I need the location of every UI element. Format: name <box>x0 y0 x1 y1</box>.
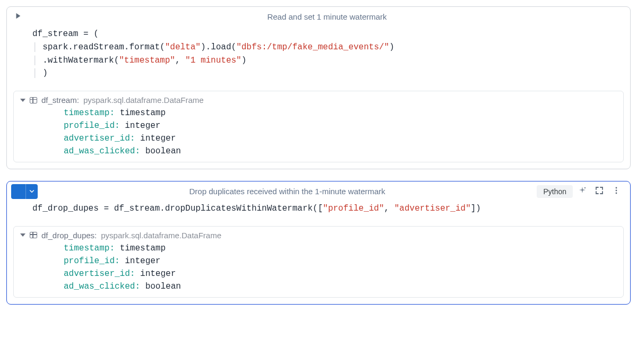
code-token: ) <box>42 68 48 78</box>
more-options-button[interactable] <box>609 184 624 199</box>
output-panel: df_stream: pyspark.sql.dataframe.DataFra… <box>13 91 624 162</box>
notebook-cell: Read and set 1 minute watermarkdf_stream… <box>6 6 631 169</box>
svg-point-2 <box>616 190 617 192</box>
run-button[interactable] <box>11 184 26 199</box>
code-token: ) <box>242 56 247 65</box>
code-token: ) <box>201 42 206 52</box>
code-token: "advertiser_id" <box>394 204 471 213</box>
code-token: df_stream <box>114 204 160 213</box>
schema-field-row: timestamp: timestamp <box>64 107 617 119</box>
collapse-icon[interactable] <box>20 99 25 102</box>
code-editor[interactable]: df_drop_dupes = df_stream.dropDuplicates… <box>7 199 630 223</box>
schema-field-name: profile_id: <box>64 121 120 131</box>
expand-icon <box>595 186 604 196</box>
cell-title: Drop duplicates received within the 1-mi… <box>41 184 533 199</box>
assistant-button[interactable] <box>575 184 590 199</box>
code-token: "profile_id" <box>323 204 384 213</box>
chevron-down-icon <box>29 187 35 196</box>
code-token: dropDuplicatesWithinWatermark <box>165 204 313 213</box>
output-panel: df_drop_dupes: pyspark.sql.dataframe.Dat… <box>13 226 624 298</box>
code-token: ( <box>231 42 237 52</box>
schema-field-type: integer <box>140 134 176 143</box>
notebook-cell: Drop duplicates received within the 1-mi… <box>6 181 631 305</box>
code-token: ( <box>160 42 165 52</box>
output-var-name: df_stream: <box>41 96 79 105</box>
code-token: ([ <box>313 204 323 213</box>
code-line: df_drop_dupes = df_stream.dropDuplicates… <box>32 202 605 215</box>
code-token: "1 minutes" <box>185 56 242 65</box>
schema-field-type: timestamp <box>120 108 166 118</box>
code-token: withWatermark <box>48 56 114 65</box>
sparkle-icon <box>578 186 587 196</box>
code-token: , <box>175 56 185 65</box>
cell-title: Read and set 1 minute watermark <box>28 9 626 24</box>
run-button[interactable] <box>11 10 25 24</box>
output-var-type: pyspark.sql.dataframe.DataFrame <box>83 96 204 105</box>
schema-field-row: advertiser_id: integer <box>64 132 617 145</box>
output-var-type: pyspark.sql.dataframe.DataFrame <box>101 231 221 240</box>
collapse-icon[interactable] <box>20 233 25 237</box>
svg-point-1 <box>616 187 617 189</box>
more-icon <box>612 186 621 196</box>
code-token: , <box>384 204 394 213</box>
code-token: . <box>206 42 211 52</box>
code-token: ( <box>114 56 119 65</box>
schema-fields: timestamp: timestampprofile_id: integera… <box>20 240 617 293</box>
code-token: ) <box>389 42 394 52</box>
schema-header[interactable]: df_stream: pyspark.sql.dataframe.DataFra… <box>20 96 617 105</box>
run-options-dropdown[interactable] <box>26 184 38 199</box>
svg-point-0 <box>584 187 586 188</box>
code-token: . <box>160 204 165 213</box>
code-line: df_stream = ( <box>32 28 605 41</box>
code-token: ]) <box>471 204 481 213</box>
schema-field-row: profile_id: integer <box>64 255 617 267</box>
play-icon <box>14 12 22 21</box>
schema-field-name: advertiser_id: <box>64 269 135 279</box>
code-token: ( <box>93 29 99 39</box>
code-token: "delta" <box>165 42 201 52</box>
cell-toolbar: Python <box>537 184 626 199</box>
code-token: = <box>83 29 93 39</box>
code-line: │ spark.readStream.format("delta").load(… <box>32 41 605 54</box>
schema-field-row: advertiser_id: integer <box>64 267 617 280</box>
svg-point-3 <box>616 193 617 194</box>
code-token: format <box>129 42 160 52</box>
table-icon <box>30 97 37 103</box>
schema-field-row: ad_was_clicked: boolean <box>64 145 617 158</box>
language-selector[interactable]: Python <box>537 185 573 198</box>
output-var-name: df_drop_dupes: <box>41 231 97 240</box>
code-editor[interactable]: df_stream = (│ spark.readStream.format("… <box>7 24 630 88</box>
schema-field-name: ad_was_clicked: <box>64 146 140 156</box>
schema-field-type: integer <box>125 256 160 266</box>
schema-field-name: timestamp: <box>64 244 115 253</box>
schema-field-type: boolean <box>145 282 181 291</box>
code-token: df_drop_dupes <box>32 204 104 213</box>
run-split-button[interactable] <box>11 184 38 199</box>
schema-field-type: boolean <box>145 146 181 156</box>
schema-field-type: integer <box>125 121 160 131</box>
code-token: = <box>104 204 114 213</box>
schema-field-row: ad_was_clicked: boolean <box>64 280 617 293</box>
schema-field-row: timestamp: timestamp <box>64 242 617 255</box>
schema-field-name: ad_was_clicked: <box>64 282 140 291</box>
code-token: . <box>68 42 73 52</box>
code-line: │ .withWatermark("timestamp", "1 minutes… <box>32 54 605 67</box>
table-icon <box>30 232 37 238</box>
schema-field-row: profile_id: integer <box>64 119 617 132</box>
expand-button[interactable] <box>592 184 607 199</box>
code-token: load <box>211 42 231 52</box>
code-token: readStream <box>73 42 124 52</box>
schema-field-type: integer <box>140 269 176 279</box>
schema-field-name: advertiser_id: <box>64 134 135 143</box>
code-token: "timestamp" <box>119 56 175 65</box>
schema-field-name: profile_id: <box>64 256 120 266</box>
code-token: spark <box>42 42 68 52</box>
schema-field-type: timestamp <box>120 244 166 253</box>
code-token: . <box>42 56 48 65</box>
schema-fields: timestamp: timestampprofile_id: integera… <box>20 105 617 158</box>
schema-field-name: timestamp: <box>64 108 115 118</box>
cell-header: Drop duplicates received within the 1-mi… <box>7 181 630 199</box>
cell-header: Read and set 1 minute watermark <box>7 7 630 24</box>
code-token: "dbfs:/tmp/fake_media_events/" <box>236 42 389 52</box>
schema-header[interactable]: df_drop_dupes: pyspark.sql.dataframe.Dat… <box>20 231 617 240</box>
